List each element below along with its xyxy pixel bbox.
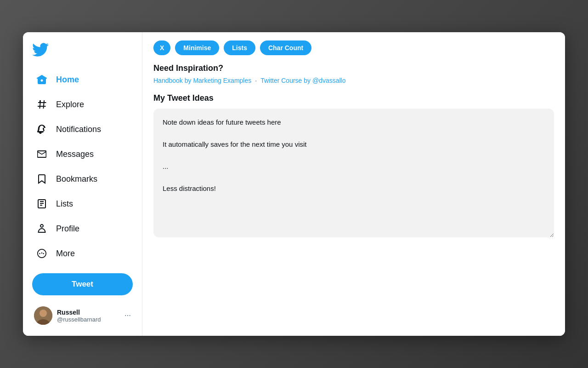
tweet-ideas-textarea[interactable]: Note down ideas for future tweets here I…: [153, 109, 554, 237]
avatar: [34, 306, 52, 325]
footer-user-info: Russell @russellbarnard: [57, 309, 120, 323]
bell-icon: [36, 123, 48, 135]
footer-handle: @russellbarnard: [57, 316, 120, 323]
inspiration-links: Handbook by Marketing Examples · Twitter…: [153, 77, 554, 84]
sidebar-item-profile-label: Profile: [56, 224, 79, 234]
toolbar: X Minimise Lists Char Count: [142, 32, 565, 63]
chevron-down-icon: ⋯: [124, 312, 131, 319]
sidebar-item-more-label: More: [56, 249, 75, 259]
sidebar-item-lists-label: Lists: [56, 199, 73, 209]
bookmark-icon: [36, 173, 48, 185]
inspiration-heading: Need Inspiration?: [153, 63, 554, 73]
sidebar-item-lists[interactable]: Lists: [27, 192, 138, 215]
sidebar-item-notifications-label: Notifications: [56, 125, 101, 134]
sidebar-item-bookmarks-label: Bookmarks: [56, 174, 97, 184]
app-window: Home Explore Notifications Messages Book: [23, 32, 565, 336]
charcount-button[interactable]: Char Count: [260, 40, 311, 55]
person-icon: [36, 223, 48, 235]
footer-username: Russell: [57, 309, 120, 316]
tweet-ideas-heading: My Tweet Ideas: [153, 93, 554, 103]
sidebar-item-bookmarks[interactable]: Bookmarks: [27, 167, 138, 190]
sidebar-item-more[interactable]: More: [27, 242, 138, 265]
user-profile-footer[interactable]: Russell @russellbarnard ⋯: [27, 301, 138, 330]
tweet-button[interactable]: Tweet: [32, 273, 133, 295]
sidebar-item-messages-label: Messages: [56, 150, 94, 159]
hashtag-icon: [36, 98, 48, 110]
envelope-icon: [36, 148, 48, 160]
svg-point-1: [40, 310, 47, 317]
lists-button[interactable]: Lists: [224, 40, 255, 55]
sidebar-item-explore[interactable]: Explore: [27, 93, 138, 116]
sidebar-item-notifications[interactable]: Notifications: [27, 118, 138, 141]
close-button[interactable]: X: [153, 40, 170, 55]
list-icon: [36, 198, 48, 210]
handbook-link[interactable]: Handbook by Marketing Examples: [153, 77, 251, 84]
separator: ·: [255, 77, 257, 84]
sidebar: Home Explore Notifications Messages Book: [23, 32, 142, 336]
sidebar-item-messages[interactable]: Messages: [27, 143, 138, 166]
twitter-logo: [23, 38, 142, 67]
content-area: Need Inspiration? Handbook by Marketing …: [142, 63, 565, 250]
sidebar-item-home[interactable]: Home: [27, 68, 138, 91]
home-icon: [36, 74, 48, 86]
more-icon: [36, 247, 48, 259]
twitter-bird-icon: [32, 41, 49, 58]
minimise-button[interactable]: Minimise: [175, 40, 219, 55]
main-content: X Minimise Lists Char Count Need Inspira…: [142, 32, 565, 336]
sidebar-item-explore-label: Explore: [56, 100, 84, 109]
sidebar-item-profile[interactable]: Profile: [27, 217, 138, 240]
sidebar-item-home-label: Home: [56, 75, 79, 85]
twitter-course-link[interactable]: Twitter Course by @dvassallo: [260, 77, 345, 84]
